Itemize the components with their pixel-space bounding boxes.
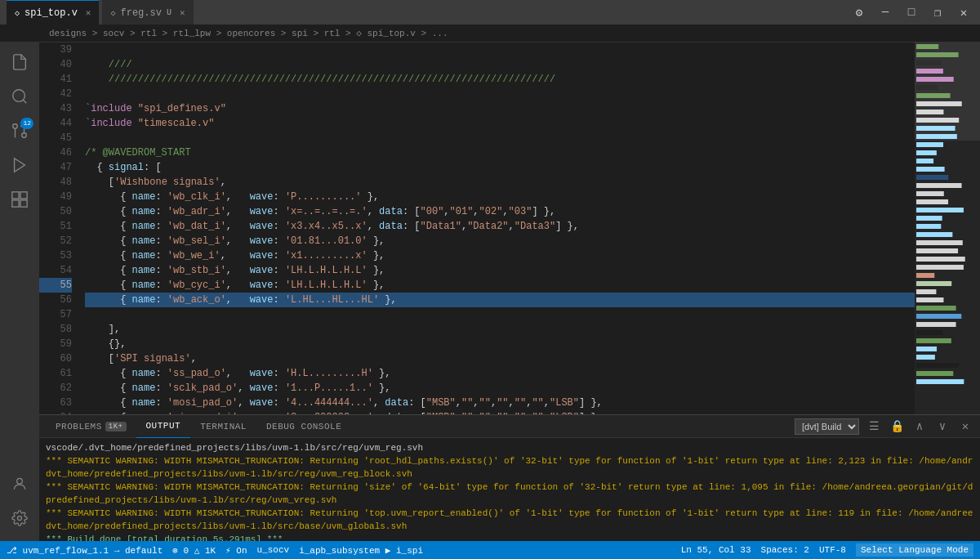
tab-close[interactable]: ✕ — [86, 7, 91, 18]
tab-output[interactable]: OUTPUT — [136, 415, 191, 438]
tab-output-label: OUTPUT — [146, 421, 181, 431]
svg-marker-5 — [15, 159, 25, 172]
line-numbers: 3940414243 4445464748 4950515253 5455565… — [39, 42, 78, 414]
tab-problems[interactable]: PROBLEMS 1K+ — [46, 415, 136, 438]
status-position[interactable]: Ln 55, Col 33 — [681, 545, 751, 555]
panel-actions: [dvt] Build ☰ 🔒 ∧ ∨ ✕ — [795, 418, 973, 435]
close-icon[interactable]: ✕ — [954, 2, 973, 22]
source-control-badge: 12 — [20, 118, 33, 129]
status-select-language[interactable]: Select Language Mode — [856, 543, 973, 557]
status-left: ⎇ uvm_ref_flow_1.1 → default ⊗ 0 △ 1K ⚡ … — [7, 545, 423, 556]
status-breadcrumb[interactable]: i_apb_subsystem ▶ i_spi — [299, 545, 423, 556]
panel-output: vscode/.dvt_home/predefined_projects/lib… — [39, 438, 980, 541]
svg-rect-9 — [20, 200, 27, 207]
panel-tabs: PROBLEMS 1K+ OUTPUT TERMINAL DEBUG CONSO… — [39, 415, 980, 438]
manage-icon[interactable] — [3, 502, 36, 534]
sidebar-item-files[interactable] — [3, 46, 36, 78]
activity-bar: 12 — [0, 42, 39, 541]
tab-terminal[interactable]: TERMINAL — [190, 415, 256, 438]
minimize-icon[interactable]: ─ — [875, 2, 895, 22]
sidebar-item-debug[interactable] — [3, 149, 36, 181]
panel-maximize-icon[interactable]: ∨ — [934, 418, 951, 435]
maximize-icon[interactable]: ❐ — [928, 2, 947, 22]
panel-minimize-icon[interactable]: ∧ — [911, 418, 928, 435]
output-build-done: *** Build done [total duration 5s.291ms]… — [46, 533, 973, 541]
output-line: dvt_home/predefined_projects/libs/uvm-1.… — [46, 520, 973, 533]
tab-label: freg.sv — [121, 7, 162, 19]
status-bar: ⎇ uvm_ref_flow_1.1 → default ⊗ 0 △ 1K ⚡ … — [0, 541, 980, 559]
tab-debug-console-label: DEBUG CONSOLE — [266, 422, 341, 432]
restore-icon[interactable]: □ — [902, 2, 921, 22]
tab-freg-sv[interactable]: ◇ freg.sv U ✕ — [102, 0, 193, 25]
main-area: 12 3940414243 4445464748 4950515253 5455… — [0, 42, 980, 541]
output-line: *** SEMANTIC WARNING: WIDTH MISMATCH_TRU… — [46, 507, 973, 520]
tab-spi-top-v[interactable]: ◇ spi_top.v ✕ — [7, 0, 99, 25]
title-actions: ⚙ ─ □ ❐ ✕ — [849, 2, 973, 22]
bottom-panel: PROBLEMS 1K+ OUTPUT TERMINAL DEBUG CONSO… — [39, 414, 980, 541]
problems-badge: 1K+ — [105, 422, 127, 432]
status-right: Ln 55, Col 33 Spaces: 2 UTF-8 Select Lan… — [681, 543, 973, 557]
tab-problems-label: PROBLEMS — [56, 422, 102, 432]
sidebar-item-extensions[interactable] — [3, 183, 36, 216]
svg-rect-6 — [12, 192, 19, 199]
svg-rect-8 — [12, 200, 19, 207]
svg-point-2 — [22, 133, 27, 138]
svg-point-11 — [18, 517, 22, 521]
tab-terminal-label: TERMINAL — [200, 422, 247, 432]
status-errors[interactable]: ⊗ 0 △ 1K — [172, 545, 216, 556]
code-editor[interactable]: 3940414243 4445464748 4950515253 5455565… — [39, 42, 980, 414]
file-icon: ◇ — [110, 8, 115, 18]
status-branch[interactable]: ⎇ uvm_ref_flow_1.1 → default — [7, 545, 163, 556]
output-line: vscode/.dvt_home/predefined_projects/lib… — [46, 441, 973, 454]
tab-label: spi_top.v — [24, 7, 78, 19]
tab-debug-console[interactable]: DEBUG CONSOLE — [256, 415, 351, 438]
output-line: predefined_projects/libs/uvm-1.lb/src/re… — [46, 494, 973, 507]
minimap — [915, 42, 980, 414]
file-icon: ◇ — [15, 8, 20, 18]
tab-modified-indicator: U — [167, 8, 172, 17]
status-power[interactable]: ⚡ On — [225, 545, 247, 556]
output-line: dvt_home/predefined_projects/libs/uvm-1.… — [46, 467, 973, 481]
svg-rect-7 — [20, 192, 27, 199]
output-line: *** SEMANTIC WARNING: WIDTH MISMATCH_TRU… — [46, 454, 973, 467]
sidebar-item-search[interactable] — [3, 80, 36, 113]
sidebar-item-source-control[interactable]: 12 — [3, 114, 36, 147]
breadcrumb: designs > socv > rtl > rtl_lpw > opencor… — [0, 25, 980, 42]
svg-point-10 — [17, 478, 23, 484]
panel-close-icon[interactable]: ✕ — [957, 418, 973, 435]
accounts-icon[interactable] — [3, 467, 36, 500]
activity-bottom — [3, 467, 36, 541]
svg-line-1 — [23, 100, 26, 103]
output-line: *** SEMANTIC WARNING: WIDTH MISMATCH_TRU… — [46, 481, 973, 494]
breadcrumb-path[interactable]: designs > socv > rtl > rtl_lpw > opencor… — [49, 28, 448, 38]
status-spaces[interactable]: Spaces: 2 — [761, 545, 809, 555]
panel-layout-icon[interactable]: ☰ — [866, 418, 882, 435]
settings-icon[interactable]: ⚙ — [849, 2, 869, 22]
titlebar: ◇ spi_top.v ✕ ◇ freg.sv U ✕ ⚙ ─ □ ❐ ✕ — [0, 0, 980, 25]
svg-point-3 — [13, 124, 18, 129]
panel-lock-icon[interactable]: 🔒 — [889, 418, 905, 435]
tab-close[interactable]: ✕ — [180, 7, 185, 18]
svg-point-0 — [13, 90, 25, 102]
build-dropdown[interactable]: [dvt] Build — [795, 418, 859, 435]
code-content[interactable]: //// ///////////////////////////////////… — [78, 42, 915, 414]
status-encoding[interactable]: UTF-8 — [819, 545, 846, 555]
status-user[interactable]: u_socv — [257, 545, 290, 555]
editor-container: 3940414243 4445464748 4950515253 5455565… — [39, 42, 980, 541]
